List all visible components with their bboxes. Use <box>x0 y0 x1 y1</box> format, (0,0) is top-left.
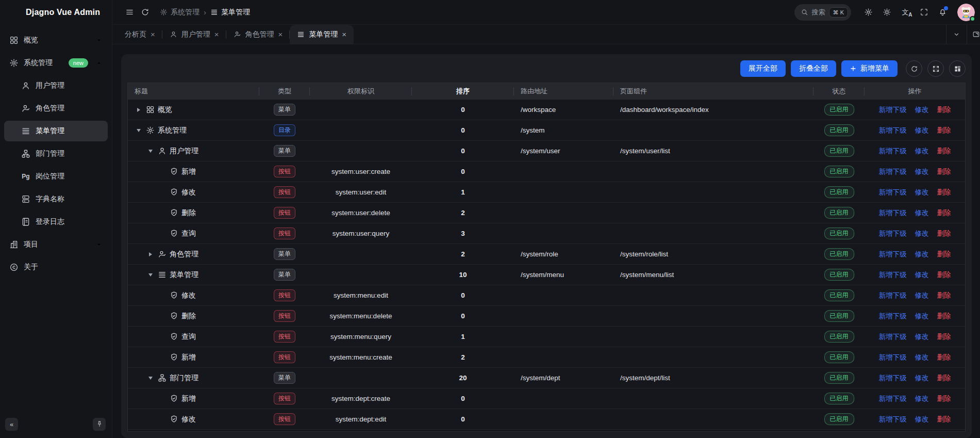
action-add-child[interactable]: 新增下级 <box>879 126 907 135</box>
expand-all-button[interactable]: 展开全部 <box>740 60 786 77</box>
tree-expand-toggle[interactable] <box>135 108 143 112</box>
sidebar-item-system[interactable]: 系统管理 new <box>4 53 108 73</box>
action-add-child[interactable]: 新增下级 <box>879 229 907 238</box>
action-delete[interactable]: 删除 <box>937 312 951 321</box>
sidebar-toggle-button[interactable] <box>122 5 137 20</box>
action-delete[interactable]: 删除 <box>937 229 951 238</box>
action-edit[interactable]: 修改 <box>915 291 929 300</box>
action-delete[interactable]: 删除 <box>937 332 951 342</box>
tabs-dropdown-button[interactable] <box>946 25 967 44</box>
sidebar-item-menu[interactable]: 菜单管理 <box>4 121 108 141</box>
tree-expand-toggle[interactable] <box>146 150 155 153</box>
action-delete[interactable]: 删除 <box>937 250 951 259</box>
sidebar-item-about[interactable]: 关于 <box>4 257 108 278</box>
action-add-child[interactable]: 新增下级 <box>879 105 907 115</box>
action-delete[interactable]: 删除 <box>937 147 951 156</box>
action-delete[interactable]: 删除 <box>937 167 951 176</box>
action-edit[interactable]: 修改 <box>915 167 929 176</box>
sidebar-item-overview[interactable]: 概览 <box>4 30 108 51</box>
action-delete[interactable]: 删除 <box>937 126 951 135</box>
action-delete[interactable]: 删除 <box>937 270 951 280</box>
columns-button[interactable] <box>949 60 966 77</box>
tree-expand-toggle[interactable] <box>146 377 155 380</box>
sidebar-pin-button[interactable] <box>93 418 106 431</box>
action-edit[interactable]: 修改 <box>915 188 929 197</box>
fullscreen-button[interactable] <box>927 60 944 77</box>
row-title: 角色管理 <box>170 250 198 259</box>
tab-close-icon[interactable]: × <box>278 30 283 38</box>
action-add-child[interactable]: 新增下级 <box>879 374 907 383</box>
tab-close-icon[interactable]: × <box>342 30 346 38</box>
sidebar-item-log[interactable]: 登录日志 <box>4 212 108 232</box>
action-add-child[interactable]: 新增下级 <box>879 291 907 300</box>
action-delete[interactable]: 删除 <box>937 105 951 115</box>
action-add-child[interactable]: 新增下级 <box>879 415 907 424</box>
sidebar-item-dict[interactable]: 字典名称 <box>4 189 108 209</box>
action-delete[interactable]: 删除 <box>937 353 951 362</box>
action-edit[interactable]: 修改 <box>915 374 929 383</box>
action-delete[interactable]: 删除 <box>937 208 951 218</box>
action-add-child[interactable]: 新增下级 <box>879 353 907 362</box>
action-edit[interactable]: 修改 <box>915 353 929 362</box>
route-cell <box>514 388 613 409</box>
action-edit[interactable]: 修改 <box>915 415 929 424</box>
language-button[interactable]: 文A <box>898 5 913 20</box>
action-add-child[interactable]: 新增下级 <box>879 394 907 403</box>
refresh-button[interactable] <box>906 60 922 77</box>
tab-user[interactable]: 用户管理 × <box>162 25 226 44</box>
breadcrumb-item[interactable]: 系统管理 <box>160 8 200 17</box>
user-avatar[interactable] <box>957 4 975 21</box>
tree-expand-toggle[interactable] <box>146 252 155 256</box>
action-delete[interactable]: 删除 <box>937 188 951 197</box>
action-edit[interactable]: 修改 <box>915 229 929 238</box>
gear-icon <box>9 58 19 68</box>
action-edit[interactable]: 修改 <box>915 208 929 218</box>
actions-cell: 新增下级修改删除 <box>865 285 965 305</box>
action-add-child[interactable]: 新增下级 <box>879 312 907 321</box>
theme-toggle-button[interactable] <box>879 5 894 20</box>
settings-button[interactable] <box>860 5 876 20</box>
action-delete[interactable]: 删除 <box>937 291 951 300</box>
action-edit[interactable]: 修改 <box>915 126 929 135</box>
action-edit[interactable]: 修改 <box>915 105 929 115</box>
page-refresh-button[interactable] <box>137 5 153 20</box>
action-add-child[interactable]: 新增下级 <box>879 167 907 176</box>
tab-analytics[interactable]: 分析页 × <box>118 25 162 44</box>
sidebar-item-user[interactable]: 用户管理 <box>4 75 108 96</box>
tab-role[interactable]: 角色管理 × <box>226 25 290 44</box>
tab-menu[interactable]: 菜单管理 × <box>290 25 354 44</box>
action-edit[interactable]: 修改 <box>915 332 929 342</box>
content-maximize-button[interactable] <box>967 25 980 44</box>
action-delete[interactable]: 删除 <box>937 394 951 403</box>
action-edit[interactable]: 修改 <box>915 312 929 321</box>
add-menu-button[interactable]: 新增菜单 <box>841 60 898 77</box>
tree-expand-toggle[interactable] <box>146 273 155 277</box>
action-edit[interactable]: 修改 <box>915 250 929 259</box>
permission-cell <box>310 244 412 264</box>
sidebar-collapse-button[interactable]: « <box>5 418 18 431</box>
action-add-child[interactable]: 新增下级 <box>879 250 907 259</box>
tab-close-icon[interactable]: × <box>151 30 155 38</box>
action-add-child[interactable]: 新增下级 <box>879 270 907 280</box>
sidebar-item-project[interactable]: 项目 <box>4 234 108 255</box>
action-add-child[interactable]: 新增下级 <box>879 188 907 197</box>
action-delete[interactable]: 删除 <box>937 374 951 383</box>
search-input[interactable]: 搜索 ⌘ K <box>794 4 851 21</box>
action-edit[interactable]: 修改 <box>915 147 929 156</box>
action-edit[interactable]: 修改 <box>915 270 929 280</box>
fullscreen-button[interactable] <box>916 5 932 20</box>
collapse-all-button[interactable]: 折叠全部 <box>791 60 836 77</box>
action-delete[interactable]: 删除 <box>937 415 951 424</box>
sidebar-item-role[interactable]: 角色管理 <box>4 98 108 119</box>
sidebar-nav: 概览 系统管理 new 用户管理 角色管理 菜单管理 部门管理 <box>0 25 112 414</box>
notifications-button[interactable] <box>935 5 950 20</box>
sidebar-item-dept[interactable]: 部门管理 <box>4 143 108 164</box>
action-add-child[interactable]: 新增下级 <box>879 332 907 342</box>
action-add-child[interactable]: 新增下级 <box>879 147 907 156</box>
breadcrumb-item[interactable]: 菜单管理 <box>210 8 250 17</box>
tree-expand-toggle[interactable] <box>135 129 143 132</box>
action-edit[interactable]: 修改 <box>915 394 929 403</box>
sidebar-item-post[interactable]: Pg 岗位管理 <box>4 166 108 187</box>
tab-close-icon[interactable]: × <box>214 30 219 38</box>
action-add-child[interactable]: 新增下级 <box>879 208 907 218</box>
